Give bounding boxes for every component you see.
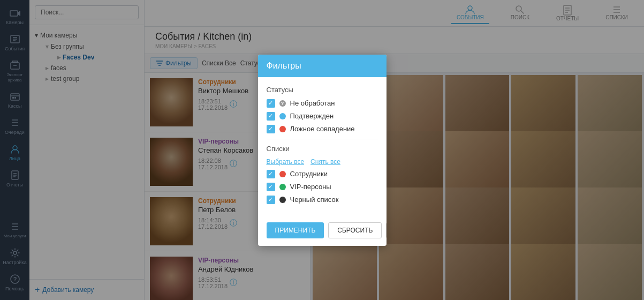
modal-header: Фильтры (258, 55, 387, 77)
lists-scroll: Сотрудники VIP-персоны Черный список (267, 170, 378, 208)
status-dot-question: ? (279, 100, 286, 107)
modal-overlay[interactable]: Фильтры Статусы ? Не обработан Подтвержд… (0, 0, 644, 300)
employees-dot (279, 171, 286, 177)
status-unprocessed-row[interactable]: ? Не обработан (267, 99, 378, 108)
modal-body: Статусы ? Не обработан Подтвержден Ложно… (258, 77, 387, 217)
reset-button[interactable]: СБРОСИТЬ (328, 222, 382, 238)
lists-section-title: Списки (267, 145, 378, 153)
list-vip-row[interactable]: VIP-персоны (267, 183, 378, 191)
checkbox-false-match[interactable] (267, 125, 275, 133)
status-false-match-row[interactable]: Ложное совпадение (267, 125, 378, 133)
deselect-all-link[interactable]: Снять все (310, 158, 340, 166)
status-confirmed-row[interactable]: Подтвержден (267, 112, 378, 121)
status-dot-cancel (279, 126, 286, 132)
checkbox-employees[interactable] (267, 170, 275, 178)
filters-modal: Фильтры Статусы ? Не обработан Подтвержд… (258, 55, 387, 246)
status-dot-check (279, 113, 286, 119)
checkbox-blacklist[interactable] (267, 196, 275, 204)
checkbox-vip[interactable] (267, 183, 275, 191)
select-all-link[interactable]: Выбрать все (267, 158, 305, 166)
list-employees-row[interactable]: Сотрудники (267, 170, 378, 178)
modal-list-links: Выбрать все Снять все (267, 158, 378, 166)
apply-button[interactable]: ПРИМЕНИТЬ (267, 222, 324, 238)
checkbox-unprocessed[interactable] (267, 99, 275, 108)
checkbox-confirmed[interactable] (267, 112, 275, 121)
blacklist-dot (279, 197, 286, 203)
list-blacklist-row[interactable]: Черный список (267, 196, 378, 204)
vip-dot (279, 184, 286, 190)
statuses-section-title: Статусы (267, 86, 378, 94)
modal-footer: ПРИМЕНИТЬ СБРОСИТЬ ОТМЕНА (258, 217, 387, 246)
